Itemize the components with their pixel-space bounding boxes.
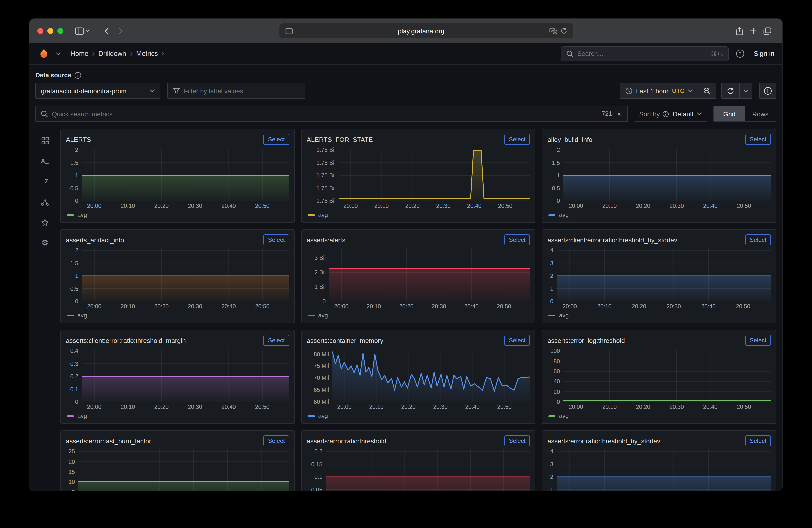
breadcrumb-metrics[interactable]: Metrics	[136, 50, 158, 58]
nav-search[interactable]: ⌘+k	[561, 46, 729, 61]
metric-chart: 21.510.50 20:0020:1020:2020:3020:4020:50	[66, 148, 289, 210]
legend-series-label[interactable]: avg	[318, 412, 328, 420]
chart-plot[interactable]	[82, 148, 290, 201]
legend-series-label[interactable]: avg	[559, 211, 569, 219]
breadcrumb: Home Drilldown Metrics	[71, 50, 164, 58]
legend-series-swatch	[67, 315, 74, 316]
settings-icon[interactable]: ⚙	[40, 238, 50, 248]
tab-overview-button[interactable]	[760, 24, 774, 38]
y-tick-label: 0	[557, 399, 560, 405]
panel-select-button[interactable]: Select	[264, 335, 290, 346]
y-tick-label: 2	[557, 147, 560, 153]
sign-in-link[interactable]: Sign in	[754, 50, 774, 58]
related-metrics-icon[interactable]	[40, 197, 50, 206]
panel-select-button[interactable]: Select	[264, 134, 290, 145]
y-axis-labels: 0.40.30.20.10	[66, 349, 82, 402]
sidebar-chevron-button[interactable]	[84, 24, 91, 38]
panel-select-button[interactable]: Select	[745, 335, 771, 346]
view-rows-button[interactable]: Rows	[745, 106, 776, 121]
panel-select-button[interactable]: Select	[505, 436, 530, 446]
y-tick-label: 1.75 Bil	[317, 147, 336, 153]
legend-series-label[interactable]: avg	[77, 412, 87, 420]
legend-series-swatch	[549, 315, 556, 316]
quick-search-input[interactable]	[52, 110, 598, 118]
refresh-button[interactable]	[722, 83, 740, 99]
y-tick-label: 0.5	[552, 185, 560, 191]
x-axis-labels: 20:0020:1020:2020:3020:4020:50	[333, 402, 530, 411]
all-metrics-icon[interactable]	[40, 136, 50, 145]
chart-plot[interactable]	[564, 349, 771, 402]
alpha-desc-icon[interactable]: _Z	[40, 177, 50, 186]
url-text[interactable]: play.grafana.org	[294, 27, 548, 35]
address-bar[interactable]: play.grafana.org Aa	[279, 24, 574, 39]
y-tick-label: 1	[550, 487, 553, 491]
logo-chevron-button[interactable]	[55, 46, 61, 61]
minimize-button[interactable]	[47, 28, 54, 34]
zoom-out-button[interactable]	[698, 83, 716, 99]
chart-plot[interactable]	[82, 249, 290, 302]
x-tick-label: 20:40	[703, 404, 718, 410]
panel-select-button[interactable]: Select	[505, 235, 530, 246]
chart-plot[interactable]	[339, 148, 530, 201]
svg-text:a: a	[554, 30, 556, 34]
sort-select[interactable]: Default	[673, 110, 702, 118]
y-tick-label: 5	[72, 489, 75, 491]
translate-icon[interactable]: Aa	[548, 28, 559, 34]
legend-series-label[interactable]: avg	[77, 312, 87, 319]
x-tick-label: 20:00	[87, 304, 102, 309]
label-filter-input[interactable]	[184, 87, 300, 95]
panel-select-button[interactable]: Select	[264, 235, 290, 246]
view-grid-button[interactable]: Grid	[714, 106, 745, 121]
panel-select-button[interactable]: Select	[745, 436, 771, 446]
app-info-button[interactable]	[759, 83, 777, 99]
bookmarks-icon[interactable]	[40, 218, 50, 227]
breadcrumb-home[interactable]: Home	[71, 50, 88, 58]
chart-plot[interactable]	[557, 450, 771, 491]
y-tick-label: 60	[554, 368, 560, 375]
metric-chart: 0.20.150.10.050 20:0020:1020:2020:3020:4…	[307, 450, 530, 491]
alpha-asc-icon[interactable]: A_	[40, 157, 50, 165]
plus-icon	[750, 28, 757, 34]
y-tick-label: 4	[550, 248, 553, 254]
breadcrumb-drilldown[interactable]: Drilldown	[99, 50, 126, 58]
chart-plot[interactable]	[78, 450, 289, 491]
x-axis-labels: 20:0020:1020:2020:3020:4020:50	[564, 201, 771, 210]
y-tick-label: 20	[69, 459, 75, 465]
zoom-button[interactable]	[58, 28, 63, 34]
quick-search[interactable]: 721 ×	[35, 106, 628, 122]
back-button[interactable]	[100, 24, 114, 38]
chart-plot[interactable]	[333, 349, 530, 402]
x-tick-label: 20:50	[255, 404, 270, 410]
data-source-select[interactable]: grafanacloud-demoinfra-prom	[35, 83, 160, 99]
panel-select-button[interactable]: Select	[745, 134, 771, 145]
legend-series-label[interactable]: avg	[77, 211, 87, 219]
x-axis-labels: 20:0020:1020:2020:3020:4020:50	[339, 201, 530, 210]
chart-plot[interactable]	[329, 249, 530, 302]
chart-plot[interactable]	[557, 249, 771, 302]
label-filter[interactable]	[168, 83, 305, 99]
clear-search-button[interactable]: ×	[616, 110, 622, 118]
close-button[interactable]	[38, 28, 44, 34]
grafana-logo[interactable]	[38, 46, 50, 61]
new-tab-button[interactable]	[746, 24, 760, 38]
reload-icon[interactable]	[559, 28, 569, 34]
forward-button[interactable]	[114, 24, 128, 38]
nav-search-input[interactable]	[577, 50, 707, 58]
chart-plot[interactable]	[82, 349, 290, 402]
legend-series-label[interactable]: avg	[318, 312, 328, 319]
time-range-button[interactable]: Last 1 hour UTC	[620, 83, 698, 99]
chart-plot[interactable]	[326, 450, 530, 491]
help-button[interactable]: ?	[733, 46, 748, 61]
panel-select-button[interactable]: Select	[264, 436, 290, 446]
panel-select-button[interactable]: Select	[505, 134, 530, 145]
panel-select-button[interactable]: Select	[505, 335, 530, 346]
panel-select-button[interactable]: Select	[745, 235, 771, 246]
share-button[interactable]	[733, 24, 746, 38]
chart-plot[interactable]	[564, 148, 771, 201]
y-axis-labels: 80 Mil75 Mil70 Mil65 Mil60 Mil	[307, 349, 333, 402]
legend-series-label[interactable]: avg	[318, 211, 328, 219]
legend-series-label[interactable]: avg	[559, 312, 569, 319]
refresh-interval-button[interactable]	[740, 83, 753, 99]
legend-series-label[interactable]: avg	[559, 412, 569, 420]
metric-panel: ALERTS Select 21.510.50 20:0020:1020:202…	[60, 129, 295, 223]
